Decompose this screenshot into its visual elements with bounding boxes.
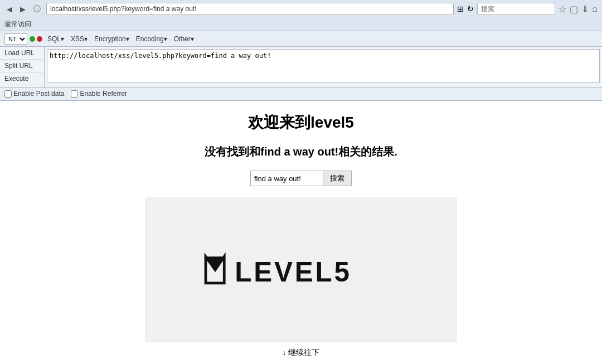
menu-sql[interactable]: SQL▾	[45, 35, 67, 43]
back-icon[interactable]: ◀	[4, 4, 14, 14]
download-icon[interactable]: ⇓	[581, 4, 589, 14]
search-bar[interactable]	[477, 3, 555, 15]
enable-referrer-label[interactable]: Enable Referrer	[71, 90, 127, 98]
execute-button[interactable]: Execute	[0, 72, 44, 85]
home-icon[interactable]: ⌂	[592, 4, 598, 14]
menu-xss[interactable]: XSS▾	[68, 35, 90, 43]
hackbar: Load URL Split URL Execute http://localh…	[0, 47, 602, 88]
barcode-icon[interactable]: ⊞	[457, 4, 464, 13]
status-dots	[30, 36, 42, 42]
nav-bar: ◀ ▶ ⓘ ⊞ ↻ ☆ ▢ ⇓ ⌂	[0, 0, 602, 18]
red-dot	[37, 36, 42, 42]
frequent-bar: 最常访问	[0, 18, 602, 31]
enable-post-checkbox[interactable]	[4, 90, 12, 98]
svg-text:LEVEL5: LEVEL5	[235, 256, 351, 287]
page-subtitle: 没有找到和find a way out!相关的结果.	[11, 144, 591, 159]
url-bar[interactable]	[46, 3, 454, 15]
search-container: 搜索	[11, 171, 591, 186]
info-icon[interactable]: ⓘ	[31, 3, 43, 15]
logo-container: LEVEL5	[145, 197, 457, 342]
search-button[interactable]: 搜索	[323, 171, 352, 186]
split-url-button[interactable]: Split URL	[0, 60, 44, 72]
mode-select[interactable]: NT	[4, 33, 27, 45]
enable-referrer-checkbox[interactable]	[71, 90, 78, 98]
page-content: 欢迎来到level5 没有找到和find a way out!相关的结果. 搜索…	[0, 101, 602, 364]
toolbar: NT SQL▾ XSS▾ Encryption▾ Encoding▾ Other…	[0, 31, 602, 47]
page-search-input[interactable]	[250, 171, 323, 186]
refresh-icon[interactable]: ↻	[467, 4, 474, 13]
hackbar-url-input[interactable]: http://localhost/xss/level5.php?keyword=…	[47, 49, 600, 82]
reader-icon[interactable]: ▢	[570, 4, 578, 14]
enable-post-label[interactable]: Enable Post data	[4, 90, 64, 98]
svg-marker-1	[206, 256, 224, 270]
hackbar-main: http://localhost/xss/level5.php?keyword=…	[45, 47, 602, 87]
page-title: 欢迎来到level5	[11, 112, 591, 133]
hackbar-sidebar: Load URL Split URL Execute	[0, 47, 45, 87]
bookmark-icon[interactable]: ☆	[559, 4, 566, 14]
nav-right: ⊞ ↻ ☆ ▢ ⇓ ⌂	[457, 3, 598, 15]
level5-logo: LEVEL5	[195, 247, 407, 292]
footer-area: ↓ 继续往下	[11, 342, 591, 363]
toolbar-menu: SQL▾ XSS▾ Encryption▾ Encoding▾ Other▾	[45, 35, 197, 43]
menu-encryption[interactable]: Encryption▾	[91, 35, 132, 43]
frequent-label: 最常访问	[4, 20, 31, 28]
forward-icon[interactable]: ▶	[18, 4, 28, 14]
hackbar-checkboxes: Enable Post data Enable Referrer	[0, 88, 602, 100]
menu-other[interactable]: Other▾	[171, 35, 197, 43]
green-dot	[30, 36, 35, 42]
load-url-button[interactable]: Load URL	[0, 47, 44, 60]
menu-encoding[interactable]: Encoding▾	[133, 35, 170, 43]
browser-chrome: ◀ ▶ ⓘ ⊞ ↻ ☆ ▢ ⇓ ⌂ 最常访问 NT SQL▾ XSS▾ Encr…	[0, 0, 602, 101]
footer-text: ↓ 继续往下	[283, 348, 320, 357]
